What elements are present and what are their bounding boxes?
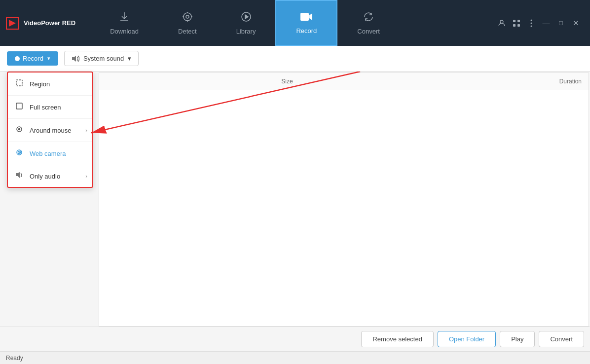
tab-detect[interactable]: Detect	[158, 0, 217, 46]
tab-library-label: Library	[236, 28, 256, 35]
record-button-label: Record	[23, 55, 43, 62]
tab-detect-label: Detect	[178, 28, 197, 35]
record-dropdown-menu: Region Full screen Around mouse	[7, 72, 93, 188]
maximize-button[interactable]: □	[556, 19, 565, 28]
svg-marker-20	[72, 56, 76, 62]
svg-point-18	[531, 22, 532, 24]
titlebar: VideoPower RED Download	[0, 0, 590, 46]
main-area: Region Full screen Around mouse	[0, 72, 590, 327]
col-duration-header: Duration	[559, 78, 582, 85]
table-area: Size Duration	[99, 73, 589, 327]
around-mouse-chevron: ›	[85, 127, 87, 133]
region-icon	[15, 79, 24, 89]
svg-rect-21	[16, 80, 22, 86]
svg-rect-16	[517, 24, 520, 27]
library-icon	[240, 11, 252, 25]
sound-dropdown[interactable]: System sound ▾	[64, 51, 139, 66]
detect-icon	[182, 11, 193, 25]
only-audio-chevron: ›	[85, 173, 87, 179]
remove-selected-button[interactable]: Remove selected	[361, 331, 433, 347]
svg-marker-28	[16, 172, 20, 178]
nav-tabs: Download Detect	[90, 0, 497, 46]
around-mouse-label: Around mouse	[30, 127, 72, 134]
toolbar: Record ▾ System sound ▾	[0, 46, 590, 72]
user-button[interactable]	[497, 19, 506, 28]
web-camera-label: Web camera	[30, 150, 66, 157]
svg-rect-13	[513, 20, 516, 22]
record-button[interactable]: Record ▾	[7, 51, 58, 66]
svg-rect-10	[300, 13, 309, 21]
record-nav-icon	[300, 11, 313, 24]
svg-rect-22	[16, 103, 22, 109]
tab-library[interactable]: Library	[217, 0, 276, 46]
record-chevron-icon: ▾	[47, 55, 50, 62]
around-mouse-icon	[15, 125, 24, 135]
svg-marker-9	[245, 15, 248, 19]
svg-point-17	[531, 19, 532, 21]
table-header: Size Duration	[99, 73, 589, 90]
svg-point-3	[186, 15, 189, 18]
content-area: Record ▾ System sound ▾ Region	[0, 46, 590, 351]
region-label: Region	[30, 80, 50, 88]
svg-rect-14	[517, 20, 520, 22]
svg-point-24	[19, 129, 20, 130]
close-button[interactable]: ✕	[571, 19, 580, 28]
dropdown-item-region[interactable]: Region	[8, 73, 92, 96]
tab-convert-label: Convert	[357, 28, 380, 35]
fullscreen-label: Full screen	[30, 104, 61, 111]
tab-record-label: Record	[296, 27, 317, 35]
play-button[interactable]: Play	[500, 331, 535, 347]
svg-marker-11	[309, 13, 312, 20]
only-audio-label: Only audio	[30, 173, 60, 180]
status-text: Ready	[6, 355, 23, 362]
convert-icon	[363, 11, 374, 25]
more-button[interactable]	[527, 19, 536, 28]
tab-convert[interactable]: Convert	[337, 0, 400, 46]
sound-icon	[72, 55, 79, 62]
dropdown-item-fullscreen[interactable]: Full screen	[8, 96, 92, 119]
svg-point-2	[184, 13, 191, 21]
logo-icon	[5, 16, 20, 31]
col-size-header: Size	[281, 78, 293, 85]
bottom-bar: Remove selected Open Folder Play Convert	[0, 327, 590, 351]
record-dot	[15, 56, 20, 61]
dropdown-item-around-mouse[interactable]: Around mouse ›	[8, 119, 92, 142]
sound-label: System sound	[83, 55, 124, 62]
tab-record[interactable]: Record	[275, 0, 337, 46]
svg-point-27	[19, 152, 20, 153]
app-title: VideoPower RED	[24, 19, 75, 27]
sound-chevron-icon: ▾	[128, 55, 131, 62]
only-audio-icon	[15, 172, 24, 181]
svg-point-19	[531, 25, 532, 27]
svg-point-12	[500, 20, 503, 23]
grid-button[interactable]	[512, 19, 521, 28]
open-folder-button[interactable]: Open Folder	[438, 331, 496, 347]
svg-rect-15	[513, 24, 516, 27]
fullscreen-icon	[15, 102, 24, 112]
dropdown-item-web-camera[interactable]: Web camera	[8, 142, 92, 165]
tab-download[interactable]: Download	[90, 0, 158, 46]
app-logo: VideoPower RED	[5, 16, 75, 31]
minimize-button[interactable]: —	[542, 19, 551, 28]
download-icon	[118, 11, 130, 25]
web-camera-icon	[15, 148, 24, 158]
dropdown-item-only-audio[interactable]: Only audio ›	[8, 165, 92, 187]
tab-download-label: Download	[110, 28, 139, 35]
window-controls: — □ ✕	[497, 19, 585, 28]
statusbar: Ready	[0, 351, 590, 364]
convert-button[interactable]: Convert	[539, 331, 584, 347]
